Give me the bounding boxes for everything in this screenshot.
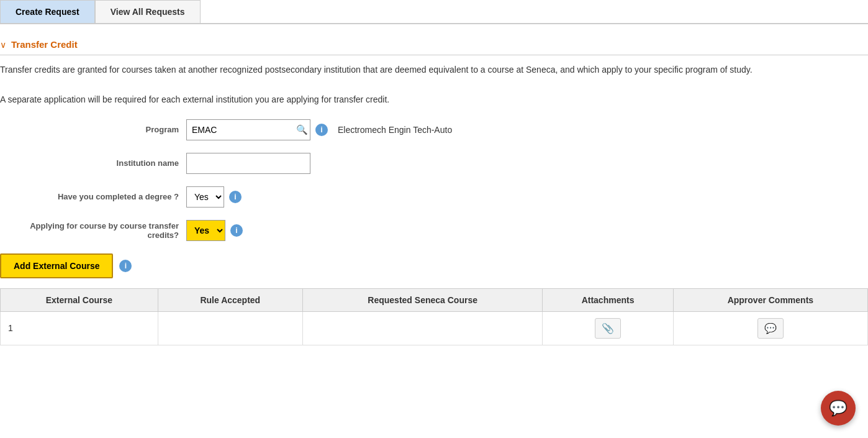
description-line2: A separate application will be required … (0, 93, 868, 106)
program-description-text: Electromech Engin Tech-Auto (338, 125, 452, 135)
add-course-info-icon[interactable]: i (119, 260, 132, 272)
program-control-area: 🔍 i Electromech Engin Tech-Auto (186, 119, 452, 140)
tab-create-request[interactable]: Create Request (0, 0, 95, 23)
section-title: Transfer Credit (11, 39, 78, 50)
institution-label: Institution name (0, 158, 186, 168)
institution-control-area (186, 153, 310, 174)
degree-info-icon[interactable]: i (229, 191, 242, 203)
institution-input[interactable] (186, 153, 310, 174)
degree-select[interactable]: Yes No (186, 186, 224, 208)
course-transfer-row: Applying for course by course transfer c… (0, 220, 868, 241)
description-line1: Transfer credits are granted for courses… (0, 63, 868, 76)
col-rule-accepted: Rule Accepted (158, 288, 302, 311)
table-row: 1📎💬 (1, 311, 868, 345)
program-input[interactable] (186, 119, 310, 140)
col-external-course: External Course (1, 288, 158, 311)
course-transfer-select[interactable]: Yes No (186, 220, 225, 241)
course-transfer-info-icon[interactable]: i (230, 224, 243, 237)
add-external-course-button[interactable]: Add External Course (0, 253, 113, 278)
add-course-row: Add External Course i (0, 253, 868, 278)
program-input-wrapper: 🔍 (186, 119, 310, 140)
transfer-credit-form: Program 🔍 i Electromech Engin Tech-Auto … (0, 119, 868, 241)
program-info-icon[interactable]: i (315, 124, 328, 136)
cell-attachments: 📎 (543, 311, 673, 345)
course-transfer-control-area: Yes No i (186, 220, 243, 241)
cell-requested-seneca-course (302, 311, 542, 345)
cell-approver-comments: 💬 (673, 311, 867, 345)
courses-table: External Course Rule Accepted Requested … (0, 288, 868, 345)
attachment-button[interactable]: 📎 (595, 318, 621, 339)
program-label: Program (0, 125, 186, 134)
col-approver-comments: Approver Comments (673, 288, 867, 311)
program-row: Program 🔍 i Electromech Engin Tech-Auto (0, 119, 868, 140)
section-header: ∨ Transfer Credit (0, 34, 868, 55)
chevron-icon[interactable]: ∨ (0, 40, 6, 50)
tab-view-all-requests[interactable]: View All Requests (95, 0, 201, 23)
table-header-row: External Course Rule Accepted Requested … (1, 288, 868, 311)
institution-row: Institution name (0, 153, 868, 174)
degree-control-area: Yes No i (186, 186, 242, 208)
course-transfer-label: Applying for course by course transfer c… (0, 221, 186, 240)
comment-button[interactable]: 💬 (757, 318, 784, 339)
degree-label: Have you completed a degree ? (0, 192, 186, 201)
degree-row: Have you completed a degree ? Yes No i (0, 186, 868, 208)
tabs-container: Create Request View All Requests (0, 0, 868, 24)
col-attachments: Attachments (543, 288, 673, 311)
col-requested-seneca-course: Requested Seneca Course (302, 288, 542, 311)
program-search-button[interactable]: 🔍 (296, 124, 308, 135)
cell-row-number: 1 (1, 311, 158, 345)
cell-rule-accepted (158, 311, 302, 345)
